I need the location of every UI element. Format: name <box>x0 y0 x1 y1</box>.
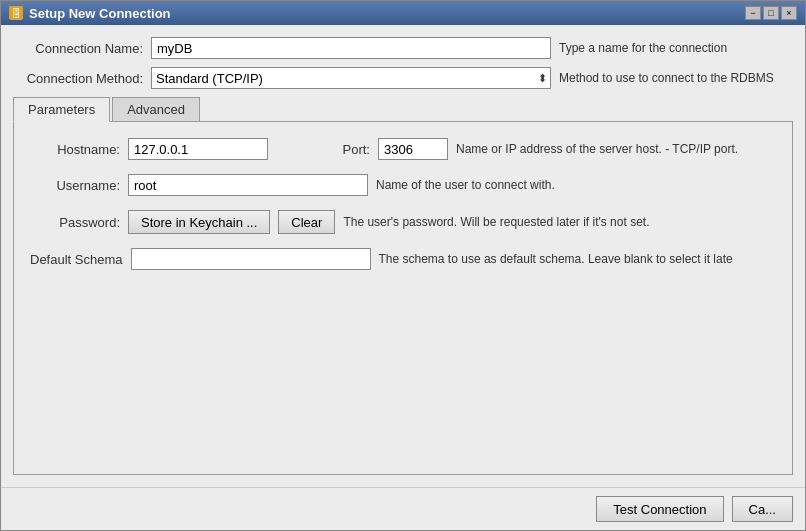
app-icon: 🗄 <box>9 6 23 20</box>
default-schema-label: Default Schema <box>30 252 123 267</box>
connection-name-hint: Type a name for the connection <box>559 41 793 55</box>
hostname-input[interactable] <box>128 138 268 160</box>
store-keychain-button[interactable]: Store in Keychain ... <box>128 210 270 234</box>
minimize-button[interactable]: − <box>745 6 761 20</box>
maximize-button[interactable]: □ <box>763 6 779 20</box>
username-hint: Name of the user to connect with. <box>376 178 776 192</box>
connection-method-hint: Method to use to connect to the RDBMS <box>559 71 793 85</box>
default-schema-input[interactable] <box>131 248 371 270</box>
connection-name-row: Connection Name: Type a name for the con… <box>13 37 793 59</box>
main-window: 🗄 Setup New Connection − □ × Connection … <box>0 0 806 531</box>
username-input[interactable] <box>128 174 368 196</box>
footer: Test Connection Ca... <box>1 487 805 530</box>
default-schema-hint: The schema to use as default schema. Lea… <box>379 252 777 266</box>
password-hint: The user's password. Will be requested l… <box>343 215 776 229</box>
password-row: Password: Store in Keychain ... Clear Th… <box>30 210 776 234</box>
window-body: Connection Name: Type a name for the con… <box>1 25 805 530</box>
form-content: Connection Name: Type a name for the con… <box>1 25 805 487</box>
username-row: Username: Name of the user to connect wi… <box>30 174 776 196</box>
port-input[interactable] <box>378 138 448 160</box>
connection-method-select[interactable]: Standard (TCP/IP) Standard (TCP/IP) with… <box>151 67 551 89</box>
connection-method-wrapper: Standard (TCP/IP) Standard (TCP/IP) with… <box>151 67 551 89</box>
titlebar-left: 🗄 Setup New Connection <box>9 6 171 21</box>
tab-parameters[interactable]: Parameters <box>13 97 110 122</box>
clear-button[interactable]: Clear <box>278 210 335 234</box>
close-button[interactable]: × <box>781 6 797 20</box>
username-label: Username: <box>30 178 120 193</box>
hostname-hint: Name or IP address of the server host. -… <box>456 142 776 156</box>
connection-method-label: Connection Method: <box>13 71 143 86</box>
tabs-container: Parameters Advanced Hostname: Port: Name… <box>13 97 793 475</box>
connection-name-input[interactable] <box>151 37 551 59</box>
password-label: Password: <box>30 215 120 230</box>
hostname-label: Hostname: <box>30 142 120 157</box>
params-grid: Hostname: Port: Name or IP address of th… <box>30 138 776 270</box>
window-controls[interactable]: − □ × <box>745 6 797 20</box>
connection-method-row: Connection Method: Standard (TCP/IP) Sta… <box>13 67 793 89</box>
cancel-button[interactable]: Ca... <box>732 496 793 522</box>
default-schema-row: Default Schema The schema to use as defa… <box>30 248 776 270</box>
window-title: Setup New Connection <box>29 6 171 21</box>
test-connection-button[interactable]: Test Connection <box>596 496 723 522</box>
tab-advanced[interactable]: Advanced <box>112 97 200 121</box>
tab-bar: Parameters Advanced <box>13 97 793 122</box>
connection-name-label: Connection Name: <box>13 41 143 56</box>
tab-parameters-content: Hostname: Port: Name or IP address of th… <box>13 122 793 475</box>
titlebar: 🗄 Setup New Connection − □ × <box>1 1 805 25</box>
port-label: Port: <box>280 142 370 157</box>
hostname-row: Hostname: Port: Name or IP address of th… <box>30 138 776 160</box>
